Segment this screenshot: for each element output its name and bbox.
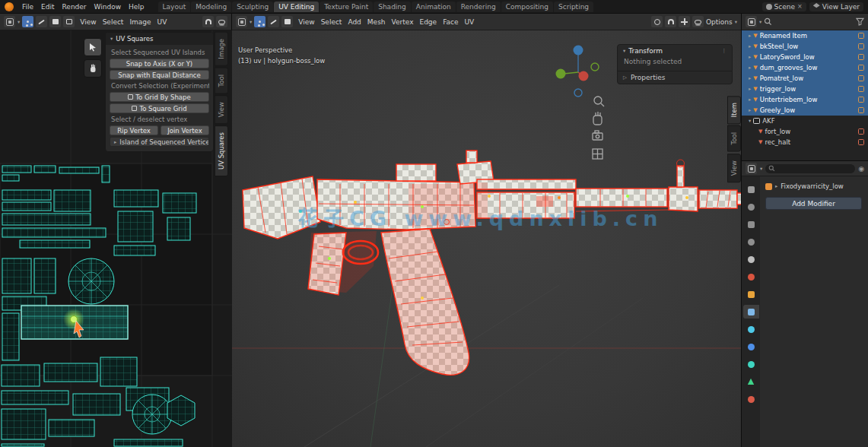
zoom-icon[interactable] [594, 97, 604, 106]
uv-sidebar-tab[interactable]: Tool [215, 68, 228, 94]
scene-selector[interactable]: Scene × [762, 2, 806, 11]
uv-sidebar-tab[interactable]: View [215, 95, 228, 124]
mesh-data-icon[interactable] [858, 54, 864, 60]
properties-tab[interactable] [743, 340, 759, 353]
outliner-item[interactable]: ▸ ▼ Greely_low [742, 105, 868, 116]
uv-overlays-button[interactable] [216, 16, 227, 27]
properties-tab[interactable] [743, 322, 759, 336]
camera-view-icon[interactable] [593, 131, 603, 140]
workspace-tab[interactable]: Modeling [191, 2, 231, 12]
expand-arrow-icon[interactable]: ▸ [749, 107, 751, 113]
properties-tab[interactable] [743, 200, 759, 214]
viewport-menu-item[interactable]: Edge [416, 17, 440, 27]
properties-tab[interactable] [743, 235, 759, 249]
workspace-tab[interactable]: Shading [374, 2, 411, 12]
expand-arrow-icon[interactable]: ▸ [749, 33, 751, 39]
viewport-menu-item[interactable]: Add [345, 17, 364, 27]
overlays-button[interactable] [692, 16, 704, 27]
properties-tab[interactable] [743, 287, 759, 301]
snap-equal-distance-button[interactable]: Snap with Equal Distance [110, 70, 209, 80]
tweak-tool-button[interactable] [84, 38, 102, 56]
properties-subpanel[interactable]: ▷ Properties [618, 71, 732, 84]
workspace-tab[interactable]: Rendering [456, 2, 501, 12]
workspace-tab[interactable]: Compositing [501, 2, 553, 12]
workspace-tab[interactable]: Texture Paint [320, 2, 373, 12]
panel-drag-icon[interactable]: ⋮ [722, 48, 727, 54]
mesh-select-face-button[interactable] [281, 16, 293, 27]
mesh-select-edge-button[interactable] [268, 16, 279, 27]
workspace-tab[interactable]: Animation [412, 2, 456, 12]
workspace-tab[interactable]: Sculpting [232, 2, 273, 12]
add-modifier-button[interactable]: Add Modifier [765, 197, 862, 210]
navigation-gizmo[interactable] [556, 46, 599, 97]
properties-tab[interactable] [743, 375, 759, 388]
properties-editor-type-button[interactable] [746, 163, 757, 174]
viewport-sidebar-tab[interactable]: View [727, 154, 741, 182]
island-subpanel-button[interactable]: ▸ Island of Sequenced Vertices [110, 137, 209, 147]
viewport-editor-type-button[interactable] [236, 16, 247, 27]
proportional-edit-button[interactable] [651, 16, 663, 27]
properties-tab[interactable] [743, 305, 759, 319]
outliner-item[interactable]: ▸ ▼ trigger_low [742, 84, 868, 94]
ortho-toggle-icon[interactable] [593, 149, 603, 159]
outliner-editor-type-button[interactable] [746, 16, 757, 27]
mesh-data-icon[interactable] [858, 33, 864, 39]
viewport-sidebar-tab[interactable]: Item [727, 96, 741, 124]
menu-item[interactable]: Window [91, 2, 126, 11]
uv-sidebar-tab[interactable]: UV Squares [215, 125, 228, 176]
workspace-tab[interactable]: UV Editing [274, 2, 319, 12]
viewport-menu-item[interactable]: Select [318, 17, 345, 27]
menu-item[interactable]: Edit [37, 2, 58, 11]
gizmos-button[interactable] [679, 16, 690, 27]
view-layer-selector[interactable]: View Layer [809, 2, 863, 11]
gizmo-y-axis[interactable] [556, 69, 566, 79]
filter-icon[interactable] [856, 17, 864, 26]
search-icon[interactable] [764, 17, 772, 26]
outliner-child-item[interactable]: ▼ fort_low [742, 126, 868, 137]
properties-search-input[interactable] [765, 164, 855, 173]
grab-tool-button[interactable] [84, 59, 102, 78]
editor-type-button[interactable] [4, 16, 15, 27]
mesh-data-icon[interactable] [858, 86, 864, 92]
outliner-item[interactable]: ▸ ▼ dum_grooves_low [742, 62, 868, 73]
properties-tab[interactable] [743, 270, 759, 284]
mesh-data-icon[interactable] [858, 43, 864, 49]
uv-select-face-button[interactable] [49, 16, 61, 27]
uv-menu-item[interactable]: View [77, 17, 99, 27]
viewport-menu-item[interactable]: View [295, 17, 317, 27]
uv-select-edge-button[interactable] [36, 16, 47, 27]
menu-item[interactable]: File [18, 2, 37, 11]
expand-arrow-icon[interactable]: ▸ [749, 86, 751, 92]
menu-item[interactable]: Render [59, 2, 91, 11]
expand-arrow-icon[interactable]: ▸ [749, 97, 751, 103]
mesh-data-icon[interactable] [858, 65, 864, 71]
to-grid-by-shape-button[interactable]: To Grid By Shape [110, 92, 209, 102]
viewport-menu-item[interactable]: Face [440, 17, 461, 27]
properties-tab[interactable] [743, 252, 759, 266]
uv-select-island-button[interactable] [63, 16, 75, 27]
gizmo-x-axis[interactable] [579, 71, 589, 81]
properties-tab[interactable] [743, 357, 759, 371]
collection-expand-icon[interactable]: ▾ [749, 118, 751, 124]
uv-menu-item[interactable]: Image [126, 17, 154, 27]
outliner-item[interactable]: ▸ ▼ Pomatret_low [742, 73, 868, 84]
options-dropdown[interactable]: Options [706, 18, 733, 26]
outliner-item[interactable]: ▸ ▼ bkSteel_low [742, 41, 868, 52]
workspace-tab[interactable]: Scripting [554, 2, 593, 12]
rip-vertex-button[interactable]: Rip Vertex [110, 125, 158, 135]
blender-logo-icon[interactable] [5, 2, 14, 11]
expand-arrow-icon[interactable]: ▸ [749, 65, 751, 71]
uv-snap-button[interactable] [202, 16, 214, 27]
gizmo-neg-z-axis[interactable] [574, 89, 582, 97]
menu-item[interactable]: Help [125, 2, 148, 11]
outliner-collection[interactable]: ▾ AKF [742, 116, 868, 126]
mesh-data-icon-red[interactable] [858, 139, 864, 145]
outliner-child-item[interactable]: ▼ rec_halt [742, 137, 868, 147]
expand-arrow-icon[interactable]: ▸ [749, 75, 751, 81]
outliner-item[interactable]: ▸ ▼ Renamed Item [742, 30, 868, 41]
properties-tab[interactable] [743, 392, 759, 406]
pan-hand-icon[interactable] [593, 112, 602, 125]
viewport-menu-item[interactable]: UV [461, 17, 477, 27]
gizmo-z-axis[interactable] [574, 46, 583, 55]
uv-squares-panel-header[interactable]: ▾ UV Squares [106, 33, 213, 45]
